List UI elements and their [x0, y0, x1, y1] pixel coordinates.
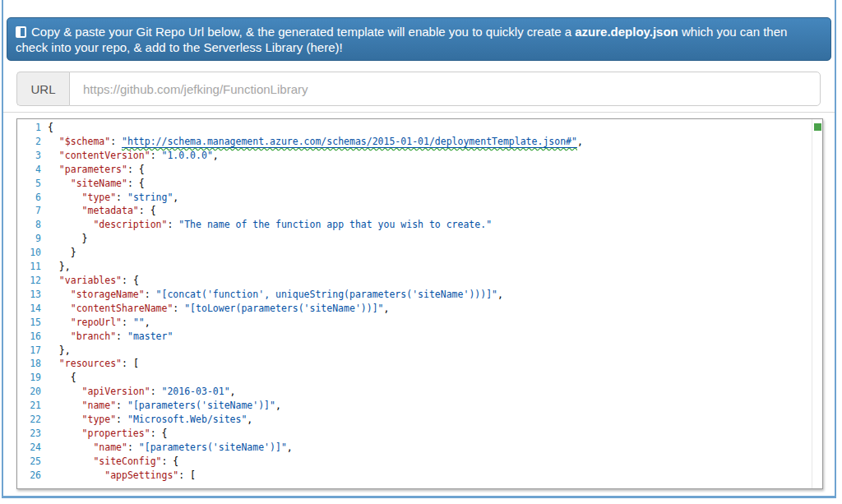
code-line[interactable]: 12 "variables": { [17, 274, 811, 288]
git-repo-url-input[interactable] [69, 72, 821, 106]
code-text: "type": "string", [48, 191, 178, 205]
page-frame: Copy & paste your Git Repo Url below, & … [2, 0, 836, 498]
code-line[interactable]: 22 "type": "Microsoft.Web/sites", [17, 413, 811, 427]
line-number: 20 [17, 385, 48, 399]
code-line[interactable]: 17 }, [17, 344, 811, 358]
code-line[interactable]: 3 "contentVersion": "1.0.0.0", [17, 149, 811, 163]
code-line[interactable]: 20 "apiVersion": "2016-03-01", [17, 385, 811, 399]
copy-icon [16, 26, 26, 38]
warning-marker[interactable] [814, 123, 821, 131]
code-text: "contentVersion": "1.0.0.0", [48, 149, 219, 163]
code-line[interactable]: 26 "appSettings": [ [17, 469, 811, 483]
instructions-banner: Copy & paste your Git Repo Url below, & … [7, 17, 831, 61]
code-line[interactable]: 6 "type": "string", [17, 191, 811, 205]
json-code-editor[interactable]: 1{2 "$schema": "http://schema.management… [16, 118, 823, 489]
code-text: "resources": [ [48, 357, 139, 371]
code-line[interactable]: 18 "resources": [ [17, 357, 811, 371]
code-text: } [48, 246, 76, 260]
code-line[interactable]: 2 "$schema": "http://schema.management.a… [17, 135, 811, 149]
code-text: "repoUrl": "", [48, 316, 150, 330]
code-text: "metadata": { [48, 204, 156, 218]
line-number: 4 [17, 163, 48, 177]
line-number: 6 [17, 191, 48, 205]
code-text: "siteName": { [48, 177, 145, 191]
code-text: "$schema": "http://schema.management.azu… [48, 135, 583, 149]
line-number: 7 [17, 204, 48, 218]
code-line[interactable]: 13 "storageName": "[concat('function', u… [17, 288, 811, 302]
code-text: "storageName": "[concat('function', uniq… [48, 288, 503, 302]
line-number: 9 [17, 232, 48, 246]
code-text: "siteConfig": { [48, 455, 178, 469]
code-line[interactable]: 1{ [17, 121, 811, 135]
code-line[interactable]: 4 "parameters": { [17, 163, 811, 177]
line-number: 16 [17, 330, 48, 344]
code-line[interactable]: 8 "description": "The name of the functi… [17, 218, 811, 232]
line-number: 14 [17, 302, 48, 316]
url-label: URL [16, 72, 69, 106]
url-input-group: URL [16, 72, 821, 106]
overview-ruler-scrollbar[interactable] [812, 119, 822, 488]
code-text: "contentShareName": "[toLower(parameters… [48, 302, 389, 316]
code-line[interactable]: 9 } [17, 232, 811, 246]
schema-url-link[interactable]: "http://schema.management.azure.com/sche… [122, 136, 577, 147]
line-number: 24 [17, 441, 48, 455]
code-line[interactable]: 21 "name": "[parameters('siteName')]", [17, 399, 811, 413]
code-line[interactable]: 5 "siteName": { [17, 177, 811, 191]
line-number: 25 [17, 455, 48, 469]
code-text: "branch": "master" [48, 330, 173, 344]
banner-filename: azure.deploy.json [575, 25, 678, 39]
code-text: "appSettings": [ [48, 469, 196, 483]
banner-text-start: Copy & paste your Git Repo Url below, & … [31, 25, 575, 39]
code-line[interactable]: 19 { [17, 371, 811, 385]
line-number: 11 [17, 260, 48, 274]
code-text: "apiVersion": "2016-03-01", [48, 385, 236, 399]
code-line[interactable]: 15 "repoUrl": "", [17, 316, 811, 330]
code-text: { [48, 121, 53, 135]
code-text: "name": "[parameters('siteName')]", [48, 441, 293, 455]
code-line[interactable]: 23 "properties": { [17, 427, 811, 441]
code-line[interactable]: 16 "branch": "master" [17, 330, 811, 344]
code-text: "parameters": { [48, 163, 145, 177]
line-number: 17 [17, 344, 48, 358]
code-text: { [48, 371, 76, 385]
line-number: 13 [17, 288, 48, 302]
line-number: 23 [17, 427, 48, 441]
code-text: "description": "The name of the function… [48, 218, 492, 232]
line-number: 26 [17, 469, 48, 483]
line-number: 12 [17, 274, 48, 288]
line-number: 10 [17, 246, 48, 260]
code-text: "properties": { [48, 427, 167, 441]
line-number: 2 [17, 135, 48, 149]
code-text: "variables": { [48, 274, 139, 288]
line-number: 1 [17, 121, 48, 135]
code-text: }, [48, 260, 71, 274]
line-number: 15 [17, 316, 48, 330]
code-line[interactable]: 24 "name": "[parameters('siteName')]", [17, 441, 811, 455]
line-number: 19 [17, 371, 48, 385]
code-text: "type": "Microsoft.Web/sites", [48, 413, 252, 427]
code-line[interactable]: 25 "siteConfig": { [17, 455, 811, 469]
line-number: 21 [17, 399, 48, 413]
code-line[interactable]: 14 "contentShareName": "[toLower(paramet… [17, 302, 811, 316]
code-line[interactable]: 10 } [17, 246, 811, 260]
line-number: 18 [17, 357, 48, 371]
code-line[interactable]: 11 }, [17, 260, 811, 274]
section-divider [3, 112, 835, 113]
code-line[interactable]: 7 "metadata": { [17, 204, 811, 218]
line-number: 3 [17, 149, 48, 163]
line-number: 5 [17, 177, 48, 191]
code-text: }, [48, 344, 71, 358]
line-number: 8 [17, 218, 48, 232]
line-number: 22 [17, 413, 48, 427]
code-text: "name": "[parameters('siteName')]", [48, 399, 281, 413]
code-text: } [48, 232, 87, 246]
code-lines: 1{2 "$schema": "http://schema.management… [17, 121, 811, 483]
